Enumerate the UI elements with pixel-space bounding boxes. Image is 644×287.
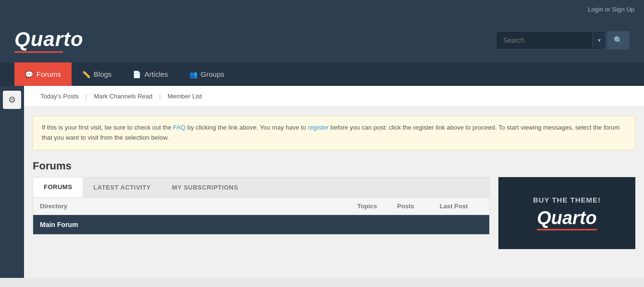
register-link[interactable]: register (308, 124, 329, 131)
forums-title: Forums (33, 160, 635, 172)
ad-buy-label: BUY THE THEME! (533, 196, 601, 204)
forum-table: Directory Topics Posts Last Post Main Fo… (33, 197, 490, 235)
sub-nav: Today's Posts | Mark Channels Read | Mem… (24, 86, 644, 107)
search-submit-button[interactable]: 🔍 (607, 31, 630, 49)
tab-my-subscriptions[interactable]: MY SUBSCRIPTIONS (161, 178, 249, 197)
info-box: If this is your first visit, be sure to … (33, 116, 635, 150)
main-forum-row[interactable]: Main Forum (33, 215, 489, 234)
groups-icon: 👥 (189, 71, 198, 78)
nav-item-groups[interactable]: 👥 Groups (179, 62, 235, 86)
login-signup-link[interactable]: Login or Sign Up (588, 6, 634, 13)
col-lastpost: Last Post (425, 203, 483, 210)
info-text-before-faq: If this is your first visit, be sure to … (42, 124, 173, 131)
nav-item-blogs[interactable]: ✏️ Blogs (72, 62, 123, 86)
forum-table-header: Directory Topics Posts Last Post (33, 198, 489, 215)
gear-icon[interactable]: ⚙ (3, 91, 21, 109)
content-area: Today's Posts | Mark Channels Read | Mem… (24, 86, 644, 278)
nav-item-forums[interactable]: 💬 Forums (14, 62, 72, 86)
col-posts: Posts (386, 203, 425, 210)
main-nav: 💬 Forums ✏️ Blogs 📄 Articles 👥 Groups (0, 62, 644, 86)
search-dropdown-button[interactable]: ▾ (593, 32, 606, 48)
forum-tabs: FORUMS LATEST ACTIVITY MY SUBSCRIPTIONS (33, 177, 490, 197)
nav-forums-label: Forums (37, 70, 61, 78)
tab-forums[interactable]: FORUMS (33, 178, 83, 197)
nav-item-articles[interactable]: 📄 Articles (122, 62, 178, 86)
top-bar: Login or Sign Up (0, 0, 644, 18)
col-directory: Directory (40, 203, 348, 210)
main-wrap: ⚙ Today's Posts | Mark Channels Read | M… (0, 86, 644, 278)
forum-right: BUY THE THEME! Quarto (498, 177, 635, 249)
header: Quarto ▾ 🔍 (0, 18, 644, 62)
nav-groups-label: Groups (201, 70, 224, 78)
ad-logo: Quarto (537, 208, 597, 230)
nav-articles-label: Articles (144, 70, 168, 78)
forums-icon: 💬 (25, 71, 33, 78)
faq-link[interactable]: FAQ (173, 124, 186, 131)
blogs-icon: ✏️ (82, 71, 90, 78)
forum-left: FORUMS LATEST ACTIVITY MY SUBSCRIPTIONS … (33, 177, 490, 235)
nav-blogs-label: Blogs (94, 70, 112, 78)
subnav-mark-channels-read[interactable]: Mark Channels Read (87, 86, 159, 107)
ad-box: BUY THE THEME! Quarto (498, 177, 635, 249)
col-topics: Topics (348, 203, 386, 210)
forum-body: FORUMS LATEST ACTIVITY MY SUBSCRIPTIONS … (24, 177, 644, 258)
info-text-after-faq: by clicking the link above. You may have… (186, 124, 308, 131)
sidebar: ⚙ (0, 86, 24, 278)
subnav-member-list[interactable]: Member List (161, 86, 209, 107)
site-logo: Quarto (14, 28, 84, 53)
articles-icon: 📄 (133, 71, 141, 78)
search-input[interactable] (496, 32, 593, 49)
search-input-wrap: ▾ (496, 31, 606, 49)
search-area: ▾ 🔍 (496, 31, 630, 49)
tab-latest-activity[interactable]: LATEST ACTIVITY (83, 178, 161, 197)
subnav-todays-posts[interactable]: Today's Posts (34, 86, 86, 107)
